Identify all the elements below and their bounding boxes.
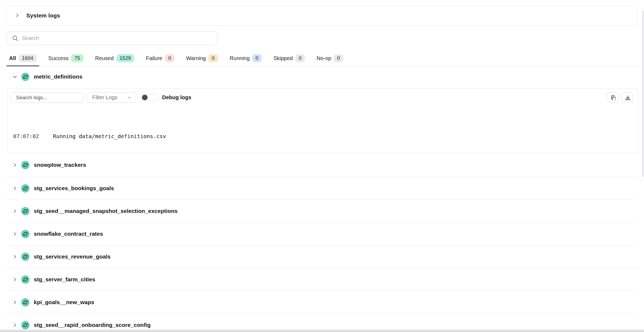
log-item-list: snowplow_trackers stg_services_bookings_… xyxy=(6,153,638,332)
status-tab-running[interactable]: Running 0 xyxy=(227,50,264,66)
log-line: 07:07:02Running data/metric_definitions.… xyxy=(13,131,638,142)
bottom-edge-shadow xyxy=(0,329,644,332)
status-tab-skipped[interactable]: Skipped 0 xyxy=(271,50,308,66)
search-input[interactable] xyxy=(22,35,212,41)
log-item-stg_services_bookings_goals[interactable]: stg_services_bookings_goals xyxy=(6,177,638,200)
status-tab-reused[interactable]: Reused 1529 xyxy=(93,50,137,66)
debug-logs-label: Debug logs xyxy=(162,94,191,101)
download-icon xyxy=(625,95,630,100)
tab-label: Warning xyxy=(186,55,206,61)
log-item-stg_seed__managed_snapshot_selection_exceptions[interactable]: stg_seed__managed_snapshot_selection_exc… xyxy=(6,200,638,223)
toggle-knob xyxy=(142,95,148,100)
tab-count-badge: 1604 xyxy=(19,54,36,62)
tab-count-badge: 0 xyxy=(208,54,218,62)
reused-status-icon xyxy=(21,161,30,169)
chevron-down-icon xyxy=(12,74,17,79)
chevron-down-icon xyxy=(127,95,131,99)
reused-status-icon xyxy=(21,321,30,329)
reused-status-icon xyxy=(21,184,30,193)
debug-logs-toggle[interactable] xyxy=(141,94,158,101)
log-item-kpi_goals__new_waps[interactable]: kpi_goals__new_waps xyxy=(6,291,638,314)
item-name: snowplow_trackers xyxy=(34,162,86,168)
log-panel: Filter Logs Debug logs 07:07:02Running d… xyxy=(7,88,638,153)
reused-status-icon xyxy=(21,253,30,261)
item-name: stg_seed__rapid_onboarding_score_config xyxy=(34,322,151,328)
filter-logs-label: Filter Logs xyxy=(92,94,117,101)
item-name: snowflake_contract_rates xyxy=(34,231,103,237)
status-tabs: All 1604 Success 75 Reused 1529 Failure … xyxy=(6,50,638,67)
status-tab-no-op[interactable]: No-op 0 xyxy=(314,50,346,66)
vertical-scrollbar[interactable] xyxy=(642,11,644,177)
item-name: stg_seed__managed_snapshot_selection_exc… xyxy=(34,208,178,214)
status-tab-failure[interactable]: Failure 0 xyxy=(143,50,177,66)
status-tab-all[interactable]: All 1604 xyxy=(6,50,39,66)
download-logs-button[interactable] xyxy=(621,93,633,102)
reused-status-icon xyxy=(21,73,30,81)
chevron-right-icon xyxy=(15,13,20,18)
chevron-right-icon xyxy=(12,186,17,191)
reused-status-icon xyxy=(21,230,30,238)
chevron-right-icon xyxy=(12,231,17,237)
chevron-right-icon xyxy=(12,209,17,214)
status-tab-warning[interactable]: Warning 0 xyxy=(184,50,221,66)
chevron-right-icon xyxy=(12,254,17,259)
item-name: stg_services_revenue_goals xyxy=(34,253,111,260)
search-icon xyxy=(12,35,18,41)
tab-label: Success xyxy=(48,55,69,61)
system-logs-title: System logs xyxy=(26,12,60,19)
tab-count-badge: 0 xyxy=(295,54,305,62)
filter-logs-dropdown[interactable]: Filter Logs xyxy=(87,92,136,103)
tab-label: Reused xyxy=(95,55,114,61)
item-name: metric_definitions xyxy=(34,73,82,80)
tab-label: Running xyxy=(230,55,250,61)
tab-label: Failure xyxy=(146,55,162,61)
item-name: stg_services_bookings_goals xyxy=(34,185,114,191)
log-item-stg_server_farm_cities[interactable]: stg_server_farm_cities xyxy=(6,268,638,291)
reused-status-icon xyxy=(21,275,30,284)
log-message: Running data/metric_definitions.csv xyxy=(53,133,166,139)
tab-label: No-op xyxy=(317,55,331,61)
copy-logs-button[interactable] xyxy=(607,93,619,102)
status-tab-success[interactable]: Success 75 xyxy=(46,50,86,66)
log-lines: 07:07:02Running data/metric_definitions.… xyxy=(13,109,638,153)
log-timestamp: 07:07:02 xyxy=(13,133,39,139)
log-search-input[interactable] xyxy=(10,92,84,103)
reused-status-icon xyxy=(21,207,30,215)
tab-count-badge: 1529 xyxy=(116,54,134,62)
system-logs-header[interactable]: System logs xyxy=(6,5,638,25)
log-item-metric-definitions[interactable]: metric_definitions xyxy=(6,67,638,87)
log-toolbar: Filter Logs Debug logs xyxy=(8,89,638,103)
tab-label: Skipped xyxy=(273,55,293,61)
item-name: stg_server_farm_cities xyxy=(34,276,95,283)
chevron-right-icon xyxy=(12,277,17,282)
tab-count-badge: 0 xyxy=(252,54,262,62)
item-name: kpi_goals__new_waps xyxy=(34,299,94,305)
log-item-snowplow_trackers[interactable]: snowplow_trackers xyxy=(6,153,638,177)
log-item-stg_services_revenue_goals[interactable]: stg_services_revenue_goals xyxy=(6,245,638,268)
reused-status-icon xyxy=(21,298,30,307)
search-box[interactable] xyxy=(6,31,217,45)
tab-label: All xyxy=(9,55,16,61)
tab-count-badge: 75 xyxy=(71,54,83,62)
copy-icon xyxy=(610,95,616,100)
chevron-right-icon xyxy=(12,323,17,328)
tab-count-badge: 0 xyxy=(334,54,343,62)
chevron-right-icon xyxy=(12,300,17,305)
log-item-snowflake_contract_rates[interactable]: snowflake_contract_rates xyxy=(6,223,638,245)
tab-count-badge: 0 xyxy=(165,54,174,62)
chevron-right-icon xyxy=(12,163,17,168)
